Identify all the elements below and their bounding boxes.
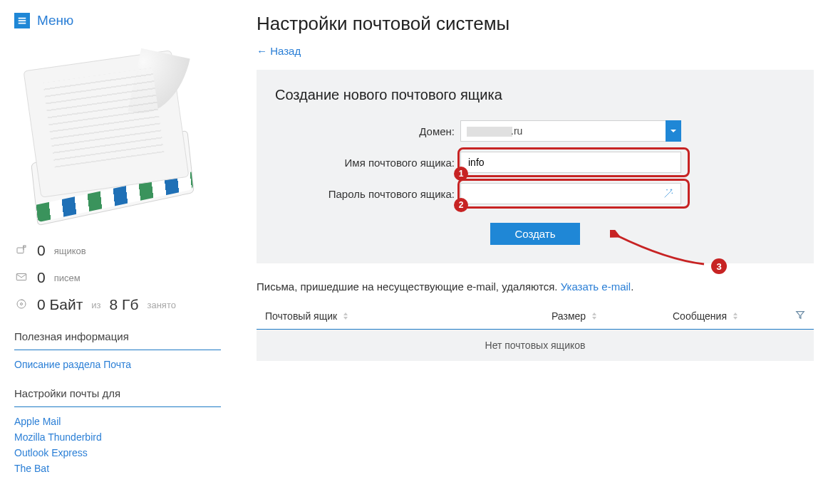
client-link-thunderbird[interactable]: Mozilla Thunderbird: [14, 431, 221, 443]
set-email-link[interactable]: Указать e-mail: [561, 280, 631, 293]
mailboxes-label: ящиков: [54, 246, 86, 256]
svg-rect-0: [17, 248, 24, 253]
mailbox-table: Почтовый ящик Размер Сообщения: [257, 303, 814, 361]
row-password: Пароль почтового ящика: 2: [275, 183, 795, 204]
mailbox-label: Имя почтового ящика:: [275, 157, 460, 169]
create-mailbox-panel: Создание нового почтового ящика Домен: .…: [257, 70, 814, 263]
password-input[interactable]: [460, 183, 681, 204]
table-empty: Нет почтовых ящиков: [257, 330, 814, 362]
row-domain: Домен: .ru: [275, 120, 795, 142]
stat-mailboxes: 0 ящиков: [14, 242, 221, 259]
step-badge-3: 3: [711, 258, 727, 274]
sort-icon: [733, 310, 738, 322]
storage-used: 0 Байт: [37, 296, 83, 313]
create-button[interactable]: Создать: [490, 223, 579, 245]
storage-suffix: занято: [147, 300, 175, 310]
client-link-apple[interactable]: Apple Mail: [14, 416, 221, 427]
mailbox-icon: [14, 243, 29, 258]
mail-illustration: [14, 57, 207, 221]
row-mailbox: Имя почтового ящика: 1: [275, 152, 795, 173]
hint-text: Письма, пришедшие на несуществующие e-ma…: [257, 280, 814, 293]
client-link-thebat[interactable]: The Bat: [14, 463, 221, 474]
storage-total: 8 Гб: [110, 296, 139, 313]
client-link-outlook[interactable]: Outlook Express: [14, 447, 221, 458]
letters-label: писем: [54, 273, 81, 283]
col-messages[interactable]: Сообщения: [664, 303, 785, 330]
mailboxes-count: 0: [37, 242, 46, 259]
chevron-down-icon[interactable]: [666, 120, 681, 142]
page-title: Настройки почтовой системы: [257, 13, 814, 35]
disk-icon: [14, 298, 29, 313]
svg-point-5: [21, 303, 23, 305]
back-link[interactable]: ← Назад: [257, 45, 301, 57]
hamburger-icon: [14, 13, 30, 28]
menu-link[interactable]: Меню: [14, 13, 73, 28]
col-size[interactable]: Размер: [543, 303, 664, 330]
letters-count: 0: [37, 269, 46, 286]
section-info-heading: Полезная информация: [14, 330, 221, 350]
col-filter[interactable]: [785, 303, 814, 330]
domain-mask: [467, 127, 512, 137]
submit-row: Создать 3: [275, 223, 795, 245]
magic-wand-icon[interactable]: [660, 184, 677, 203]
mailbox-input[interactable]: [460, 152, 681, 173]
sort-icon: [343, 310, 348, 322]
stat-letters: 0 писем: [14, 269, 221, 286]
sort-icon: [591, 310, 597, 322]
svg-rect-2: [24, 246, 26, 247]
password-label: Пароль почтового ящика:: [275, 188, 460, 200]
section-clients-heading: Настройки почты для: [14, 387, 221, 407]
domain-label: Домен:: [275, 125, 460, 137]
filter-icon: [795, 310, 805, 322]
domain-value: .ru: [460, 120, 681, 142]
help-link[interactable]: Описание раздела Почта: [14, 359, 221, 370]
col-mailbox[interactable]: Почтовый ящик: [257, 303, 543, 330]
stat-storage: 0 Байт из 8 Гб занято: [14, 296, 221, 313]
panel-heading: Создание нового почтового ящика: [275, 87, 795, 103]
svg-rect-3: [16, 273, 26, 280]
menu-label: Меню: [37, 13, 73, 28]
envelope-icon: [14, 271, 29, 285]
domain-select[interactable]: .ru: [460, 120, 681, 142]
storage-of: из: [91, 300, 100, 310]
annotation-arrow: 3: [610, 230, 717, 266]
